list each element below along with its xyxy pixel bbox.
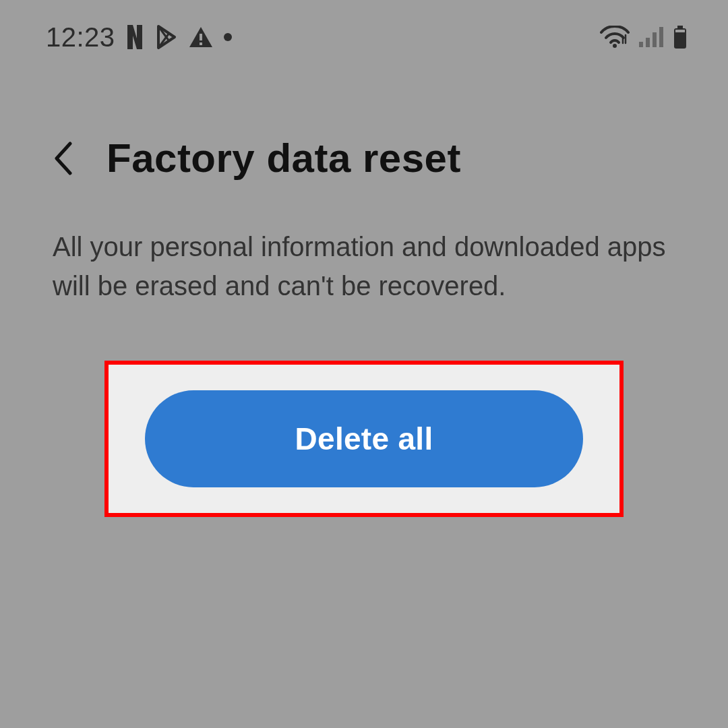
battery-icon — [673, 26, 688, 49]
svg-rect-8 — [653, 32, 657, 47]
highlight-annotation-box: Delete all — [104, 361, 624, 517]
status-bar-right — [600, 26, 688, 49]
dot-icon — [223, 32, 233, 42]
page-title: Factory data reset — [107, 135, 461, 181]
svg-rect-10 — [677, 26, 683, 28]
svg-point-4 — [224, 33, 232, 41]
page-header: Factory data reset — [0, 61, 728, 208]
svg-rect-3 — [200, 42, 202, 45]
status-bar-left: 12:23 — [46, 22, 233, 53]
svg-rect-12 — [675, 30, 685, 32]
svg-rect-7 — [646, 38, 650, 47]
status-bar: 12:23 — [0, 0, 728, 61]
svg-rect-2 — [200, 34, 202, 40]
play-store-icon — [154, 25, 179, 49]
wifi-icon — [600, 26, 630, 49]
warning-icon — [188, 26, 214, 49]
svg-rect-9 — [659, 27, 663, 47]
delete-all-button[interactable]: Delete all — [145, 390, 583, 487]
svg-rect-6 — [639, 42, 643, 47]
signal-icon — [639, 27, 663, 47]
back-button[interactable] — [47, 137, 80, 180]
reset-warning-text: All your personal information and downlo… — [0, 208, 728, 305]
netflix-icon — [125, 25, 145, 49]
svg-point-5 — [613, 44, 617, 48]
chevron-left-icon — [53, 141, 74, 176]
status-time: 12:23 — [46, 22, 115, 53]
